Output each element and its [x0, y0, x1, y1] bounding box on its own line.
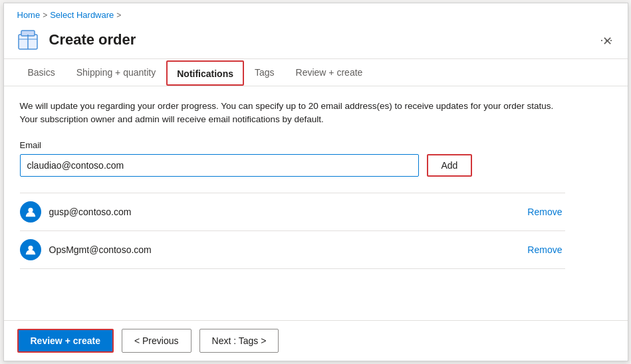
tab-content: We will update you regarding your order … [4, 86, 628, 320]
email-list: gusp@contoso.com Remove OpsMgmt@contoso.… [20, 193, 565, 269]
previous-button[interactable]: < Previous [122, 329, 191, 353]
breadcrumb: Home > Select Hardware > [4, 3, 628, 24]
email-address: OpsMgmt@contoso.com [49, 244, 517, 255]
email-input-row: Add [20, 154, 612, 177]
page-footer: Review + create < Previous Next : Tags > [4, 320, 628, 361]
create-order-window: Home > Select Hardware > Create order ··… [3, 3, 628, 361]
avatar [20, 239, 41, 260]
remove-email-button[interactable]: Remove [525, 244, 565, 255]
svg-point-5 [28, 245, 33, 250]
user-icon [25, 244, 37, 256]
email-input[interactable] [20, 154, 419, 177]
tab-tags[interactable]: Tags [244, 59, 285, 86]
breadcrumb-separator-2: > [116, 11, 121, 20]
close-button[interactable]: ✕ [598, 32, 617, 50]
tab-basics[interactable]: Basics [17, 59, 66, 86]
breadcrumb-home[interactable]: Home [17, 10, 41, 20]
next-button[interactable]: Next : Tags > [199, 329, 279, 353]
page-title: Create order [49, 31, 594, 48]
avatar [20, 201, 41, 223]
page-header: Create order ··· ✕ [4, 24, 628, 59]
svg-point-4 [28, 207, 33, 212]
breadcrumb-separator-1: > [43, 11, 47, 20]
create-order-icon [17, 28, 41, 52]
review-create-button[interactable]: Review + create [17, 329, 114, 353]
email-list-item: gusp@contoso.com Remove [20, 193, 565, 231]
notifications-description: We will update you regarding your order … [20, 100, 565, 127]
email-list-item: OpsMgmt@contoso.com Remove [20, 231, 565, 269]
remove-email-button[interactable]: Remove [525, 207, 565, 217]
email-address: gusp@contoso.com [49, 207, 517, 217]
email-field-label: Email [20, 140, 612, 150]
user-icon [25, 206, 37, 218]
tab-review[interactable]: Review + create [285, 59, 374, 86]
tab-notifications[interactable]: Notifications [166, 60, 244, 86]
tab-shipping[interactable]: Shipping + quantity [66, 59, 166, 86]
add-email-button[interactable]: Add [427, 154, 473, 177]
tab-bar: Basics Shipping + quantity Notifications… [4, 59, 628, 86]
breadcrumb-select-hardware[interactable]: Select Hardware [50, 10, 114, 20]
